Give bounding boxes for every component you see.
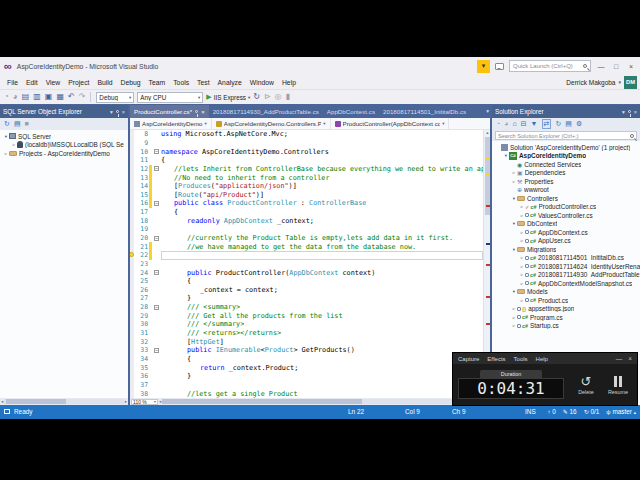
git-pending-edits[interactable]: ✎ 16 [563,408,577,415]
user-avatar[interactable]: DM [624,76,637,89]
collapse-icon[interactable]: − [154,270,159,275]
forward-icon[interactable]: ◕ [13,92,18,102]
window-position-icon[interactable]: ▾ [110,109,113,115]
tree-item-20180817114501-inititaldb-cs[interactable]: ▹c#20180817114501_InititalDb.cs [492,254,640,263]
collapse-icon[interactable]: − [154,348,159,353]
redo-icon[interactable]: ↷ [79,92,86,102]
sql-explorer-header[interactable]: SQL Server Object Explorer ▾ × [0,105,128,118]
code-line[interactable]: 17{ [130,208,483,217]
collapse-icon[interactable]: − [154,166,159,171]
code-line[interactable]: 13//No need to inherit from a controller [130,173,483,182]
code-line[interactable]: 18readonly AppDbContext _context; [130,216,483,225]
navigation-dropdown[interactable]: AspCoreIdentityDemo▾ [130,118,212,129]
code-line[interactable]: 38//lets get a single Product [130,389,483,398]
code-line[interactable]: 33−public IEnumerable<Product> GetProduc… [130,346,483,355]
code-line[interactable]: 29/// Get all the products from the list [130,311,483,320]
sql-explorer-hscrollbar[interactable]: ◂ ▸ [0,398,128,405]
menu-debug[interactable]: Debug [117,79,145,86]
auto-hide-pin-icon[interactable] [628,110,631,113]
window-position-icon[interactable]: ▾ [622,109,625,115]
tree-item-20180817114930-addproducttable[interactable]: ▹c#20180817114930_AddProductTable.cs [492,271,640,280]
solution-configuration-dropdown[interactable]: Debug▾ [96,92,134,103]
document-tab[interactable]: 20180817114930_AddProductTable.cs [209,105,323,118]
solution-explorer-header[interactable]: Solution Explorer ▾ × [492,105,640,118]
code-line[interactable]: 19 [130,225,483,234]
tree-item-migrations[interactable]: ▾Migrations [492,245,640,254]
collapse-icon[interactable]: − [154,149,159,154]
tree-item-models[interactable]: ▾Models [492,288,640,297]
menu-analyze[interactable]: Analyze [214,79,246,86]
tree-item-wwwroot[interactable]: ⊕wwwroot [492,186,640,195]
lightbulb-icon[interactable] [130,252,134,257]
code-line[interactable]: 34{ [130,355,483,364]
user-dropdown-icon[interactable]: ▾ [618,79,621,85]
tree-item-valuescontroller-cs[interactable]: ▹c#ValuesController.cs [492,211,640,220]
close-panel-icon[interactable]: × [122,109,125,115]
quick-launch-input[interactable]: Quick Launch (Ctrl+Q) [509,60,591,72]
code-line[interactable]: 20−//currently the Product Table is empt… [130,234,483,243]
scroll-up-icon[interactable]: ▴ [484,130,491,135]
tree-item-properties[interactable]: ▹⚒Properties [492,177,640,186]
menu-tools[interactable]: Tools [169,79,193,86]
tree-item-controllers[interactable]: ▾Controllers [492,194,640,203]
tree-item-20180817114624-identityuserren[interactable]: ▹c#20180817114624_IdentityUserRenamed.cs [492,262,640,271]
code-line[interactable]: 27} [130,294,483,303]
close-tab-icon[interactable]: × [201,109,205,115]
menu-file[interactable]: File [3,79,22,86]
stop-icon[interactable]: ■ [25,120,29,128]
tree-item-dbcontext[interactable]: ▾DbContext [492,220,640,229]
recorder-menu-tools[interactable]: Tools [514,356,528,362]
tree-item-dependencies[interactable]: ▹▣Dependencies [492,169,640,178]
recorder-menu-help[interactable]: Help [536,356,548,362]
document-tab[interactable]: AppDbContext.cs [323,105,379,118]
git-sync-status[interactable]: ↻ 0/1 [584,408,600,415]
pending-changes-filter-icon[interactable]: ▼ [531,120,538,128]
code-line[interactable]: 26_context = context; [130,286,483,295]
tree-item-productcontroller-cs[interactable]: ▹✓c#ProductController.cs [492,203,640,212]
collapse-all-icon[interactable]: ⊟ [521,120,527,128]
new-project-icon[interactable]: ▤ [22,92,30,102]
code-line[interactable]: 9 [130,139,483,148]
editor-zoom-dropdown[interactable]: 110 %▾ [131,399,158,405]
code-line[interactable]: 37 [130,381,483,390]
tree-item-appsettings-json[interactable]: ▹{}appsettings.json [492,305,640,314]
close-button[interactable]: × [626,63,636,70]
vscroll-thumb[interactable] [485,137,490,215]
notifications-flag-icon[interactable]: ▼ [477,60,490,73]
properties-icon[interactable]: ⚙ [576,120,582,128]
feedback-icon[interactable] [495,63,504,70]
code-line[interactable]: 11{ [130,156,483,165]
show-all-files-icon[interactable]: ▤ [565,120,572,128]
document-tab[interactable]: ProductController.cs*× [130,105,209,118]
home-icon[interactable]: ⌂ [512,120,516,128]
navigation-dropdown[interactable]: AspCoreIdentityDemo.Controllers.Produc▾ [212,118,331,129]
attach-icon[interactable]: ⊳ [264,92,271,102]
code-line[interactable]: 36} [130,372,483,381]
collapse-icon[interactable]: − [154,305,159,310]
code-line[interactable]: 31/// <returns></returns> [130,329,483,338]
recorder-stop-button[interactable]: Stop [636,374,640,395]
git-branch-selector[interactable]: ψ master ▴ [606,408,636,415]
pin-tab-icon[interactable] [195,110,198,113]
save-icon[interactable]: ▣ [45,92,53,102]
refresh-icon[interactable]: ↻ [555,120,561,128]
code-line[interactable]: 14[Produces("application/json")] [130,182,483,191]
menu-view[interactable]: View [42,79,65,86]
open-file-icon[interactable]: ▥ [33,92,41,102]
save-all-icon[interactable]: ▦ [56,92,64,102]
minimize-button[interactable]: — [596,63,606,70]
code-line[interactable]: 22 [130,251,483,260]
menu-edit[interactable]: Edit [22,79,42,86]
code-line[interactable]: 35return _context.Product; [130,363,483,372]
restore-button[interactable]: □ [611,63,621,70]
code-line[interactable]: 8using Microsoft.AspNetCore.Mvc; [130,130,483,139]
recorder-close-button[interactable]: × [628,355,632,362]
code-line[interactable]: 28−/// <summary> [130,303,483,312]
recorder-resume-button[interactable]: Resume [604,374,632,395]
menu-window[interactable]: Window [246,79,278,86]
code-line[interactable]: 32[HttpGet] [130,337,483,346]
recorder-delete-button[interactable]: ↺Delete [572,374,600,395]
code-line[interactable]: 24−public ProductController(AppDbContext… [130,268,483,277]
auto-hide-pin-icon[interactable] [116,110,119,113]
tree-item--localdb-mssqllocaldb-sql-se[interactable]: ▹(localdb)\MSSQLLocalDB (SQL Se [0,141,128,150]
